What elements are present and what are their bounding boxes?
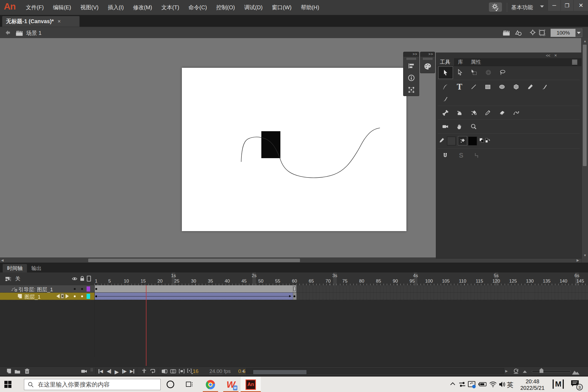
layer-lock-dot[interactable] bbox=[81, 288, 83, 290]
taskbar-app-chrome[interactable] bbox=[201, 377, 219, 392]
stage-canvas[interactable] bbox=[182, 68, 406, 231]
dock-expand-button[interactable]: >> bbox=[403, 52, 419, 57]
layer-outline-color[interactable] bbox=[87, 286, 90, 292]
menu-file[interactable]: 文件(F) bbox=[21, 0, 48, 15]
panel-tab-库[interactable]: 库 bbox=[454, 58, 467, 66]
delete-layer-button[interactable] bbox=[24, 368, 30, 374]
camera-tool[interactable] bbox=[438, 121, 452, 133]
new-folder-button[interactable] bbox=[14, 368, 21, 375]
prev-keyframe-icon[interactable] bbox=[56, 294, 60, 298]
selection-tool[interactable] bbox=[438, 66, 453, 79]
scene-name[interactable]: 场景 1 bbox=[26, 29, 42, 37]
taskbar-search-input[interactable]: 在这里输入你要搜索的内容 bbox=[24, 379, 161, 390]
smooth-tool[interactable]: S bbox=[454, 149, 468, 161]
add-camera-button[interactable] bbox=[81, 368, 87, 375]
layer-lock-dot[interactable] bbox=[81, 295, 83, 297]
next-keyframe-icon[interactable] bbox=[66, 294, 69, 298]
start-button[interactable] bbox=[4, 381, 11, 388]
default-colors-icon[interactable] bbox=[479, 138, 484, 143]
scroll-right-icon[interactable]: ▶ bbox=[505, 369, 508, 373]
oval-tool[interactable] bbox=[495, 81, 509, 93]
menu-edit[interactable]: 编辑(E) bbox=[48, 0, 76, 15]
edit-multiple-frames-button[interactable] bbox=[179, 368, 185, 374]
lasso-tool[interactable] bbox=[495, 66, 510, 78]
close-button[interactable]: ✕ bbox=[573, 0, 588, 11]
fill-color-bucket-icon[interactable] bbox=[458, 136, 467, 145]
scroll-up-icon[interactable]: ▲ bbox=[583, 39, 587, 43]
fluid-brush-tool[interactable] bbox=[438, 93, 452, 105]
notification-center-button[interactable]: 3 bbox=[570, 379, 580, 388]
pen-tool[interactable] bbox=[438, 81, 452, 93]
edit-scene-icon[interactable] bbox=[502, 29, 510, 37]
stage-vertical-scrollbar[interactable]: ▲ ▼ bbox=[581, 38, 588, 263]
maximize-button[interactable]: ❐ bbox=[561, 0, 573, 11]
zoom-tool[interactable] bbox=[467, 121, 481, 133]
info-panel-icon[interactable] bbox=[408, 74, 415, 81]
hand-tool[interactable] bbox=[452, 121, 467, 133]
slider-thumb[interactable] bbox=[540, 368, 543, 373]
menu-command[interactable]: 命令(C) bbox=[184, 0, 212, 15]
edit-symbols-icon[interactable] bbox=[514, 29, 522, 36]
timeline-horizontal-scrollbar[interactable]: ◀▶ bbox=[241, 367, 509, 374]
panel-tab-工具[interactable]: 工具 bbox=[436, 58, 454, 66]
lock-unlock-all-layers-icon[interactable] bbox=[79, 275, 85, 281]
onion-skin-button[interactable] bbox=[161, 368, 168, 375]
layer-parenting-toggle[interactable]: 关 bbox=[4, 275, 20, 282]
scroll-down-icon[interactable]: ▼ bbox=[583, 254, 587, 257]
step-forward-button[interactable]: ▶ bbox=[122, 369, 127, 374]
collapse-panel-icon[interactable]: << bbox=[546, 53, 550, 58]
layer-name-cell-2[interactable]: 图层_1 bbox=[0, 293, 94, 300]
go-to-first-frame-button[interactable]: ◀ bbox=[99, 369, 103, 374]
tab-close-icon[interactable]: × bbox=[58, 18, 61, 24]
transform-panel-icon[interactable] bbox=[408, 86, 415, 93]
timeline-tab-时间轴[interactable]: 时间轴 bbox=[3, 264, 27, 272]
menu-view[interactable]: 视图(V) bbox=[76, 0, 103, 15]
dock-expand-button[interactable]: >> bbox=[420, 52, 435, 57]
frame-rate-value[interactable]: 24.00 fps bbox=[209, 368, 231, 374]
minimize-button[interactable]: ─ bbox=[548, 0, 561, 11]
swap-colors-icon[interactable] bbox=[485, 138, 490, 143]
modify-markers-button[interactable] bbox=[187, 368, 193, 375]
tray-sync-display-icon[interactable] bbox=[468, 381, 476, 389]
layer-name[interactable]: 图层_1 bbox=[24, 293, 41, 301]
tray-clock[interactable]: 20:48 2022/5/21 bbox=[516, 378, 549, 391]
workspace-switcher-button[interactable] bbox=[489, 2, 502, 12]
scrollbar-thumb[interactable] bbox=[583, 45, 587, 166]
dock-grip[interactable] bbox=[407, 58, 416, 60]
play-button[interactable]: ▶ bbox=[115, 369, 119, 375]
paint-bucket-tool[interactable] bbox=[467, 107, 481, 119]
show-hide-all-layers-icon[interactable] bbox=[72, 276, 78, 282]
tray-m-app-icon[interactable]: M bbox=[553, 379, 564, 389]
fill-color-swatch[interactable] bbox=[468, 137, 477, 145]
back-arrow-icon[interactable] bbox=[4, 29, 11, 36]
stroke-color-swatch[interactable] bbox=[447, 137, 456, 145]
subselection-tool[interactable] bbox=[453, 66, 467, 78]
tray-volume-icon[interactable] bbox=[498, 381, 506, 388]
loop-playback-button[interactable] bbox=[149, 368, 156, 374]
stage-zoom-input[interactable]: 100% bbox=[550, 29, 576, 37]
tray-chevron-up-icon[interactable] bbox=[450, 382, 456, 386]
layer-frames-2[interactable] bbox=[94, 293, 588, 300]
menu-modify[interactable]: 修改(M) bbox=[128, 0, 157, 15]
layer-name[interactable]: 引导层: 图层_1 bbox=[19, 286, 53, 293]
3d-rotation-tool[interactable] bbox=[481, 66, 495, 78]
go-to-last-frame-button[interactable]: ▶ bbox=[130, 369, 134, 374]
clip-content-icon[interactable] bbox=[538, 29, 546, 36]
layer-name-cell-1[interactable]: 引导层: 图层_1 bbox=[0, 285, 94, 293]
taskbar-app-animate[interactable]: An bbox=[241, 377, 261, 392]
rectangle-tool[interactable] bbox=[481, 81, 495, 93]
workspace-label[interactable]: 基本功能 bbox=[511, 4, 533, 11]
onion-skin-outlines-button[interactable] bbox=[170, 368, 176, 375]
color-panel-icon[interactable] bbox=[424, 62, 432, 71]
tray-ime-indicator[interactable]: 英 bbox=[507, 381, 513, 389]
step-back-button[interactable]: ◀ bbox=[107, 369, 111, 374]
outline-all-layers-icon[interactable] bbox=[87, 276, 91, 281]
layer-outline-color[interactable] bbox=[87, 294, 90, 299]
scrollbar-thumb[interactable] bbox=[88, 259, 300, 262]
center-stage-icon[interactable] bbox=[529, 29, 536, 36]
center-frame-button[interactable] bbox=[141, 368, 147, 374]
ink-bottle-tool[interactable] bbox=[452, 107, 467, 119]
tray-battery-icon[interactable] bbox=[478, 381, 487, 388]
straighten-tool[interactable] bbox=[470, 149, 484, 161]
eyedropper-tool[interactable] bbox=[481, 107, 495, 119]
